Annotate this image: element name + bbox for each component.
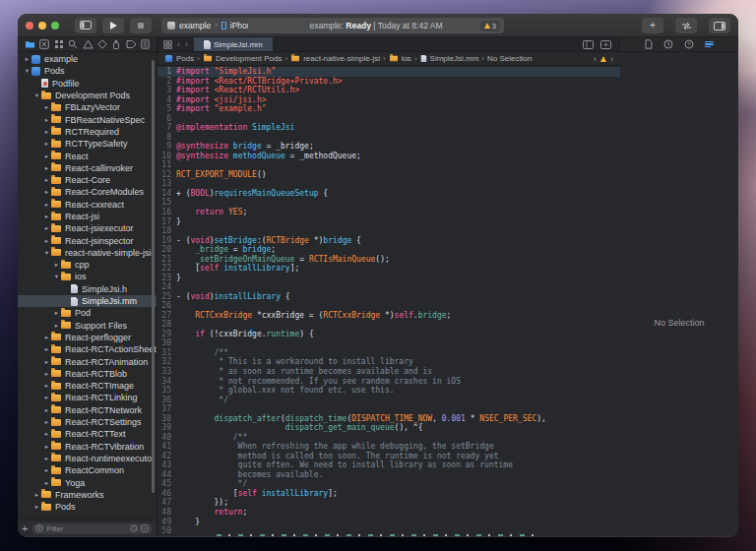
history-inspector-icon[interactable] (663, 39, 673, 49)
tree-item[interactable]: SimpleJsi.mm (18, 295, 157, 307)
next-issue-button[interactable]: › (610, 54, 613, 64)
source-control-filter-icon[interactable] (141, 524, 149, 532)
stop-button[interactable] (130, 18, 152, 33)
tree-item[interactable]: ▸RCTTypeSafety (18, 138, 157, 150)
disclosure-triangle-icon[interactable]: ▸ (42, 418, 51, 426)
disclosure-triangle-icon[interactable]: ▸ (42, 213, 51, 220)
inspector-toggle-button[interactable] (709, 18, 730, 33)
editor-options-icon[interactable] (583, 40, 594, 49)
code-review-button[interactable] (675, 18, 697, 33)
disclosure-triangle-icon[interactable]: ▸ (42, 455, 51, 462)
disclosure-triangle-icon[interactable]: ▸ (42, 176, 51, 184)
disclosure-triangle-icon[interactable]: ▸ (42, 224, 51, 232)
tree-item[interactable]: ▸React-jsiexecutor (18, 222, 157, 234)
disclosure-triangle-icon[interactable]: ▸ (42, 394, 51, 401)
disclosure-triangle-icon[interactable]: ▸ (42, 103, 51, 111)
source-editor[interactable]: Pods›Development Pods›react-native-simpl… (158, 52, 620, 536)
disclosure-triangle-icon[interactable]: ▾ (42, 249, 51, 257)
disclosure-triangle-icon[interactable]: ▸ (52, 322, 61, 330)
tree-item[interactable]: ▸React-jsi (18, 211, 157, 222)
tree-item[interactable]: ▸FBLazyVector (18, 101, 157, 113)
tree-item[interactable]: ▸React-perflogger (18, 332, 157, 343)
breadcrumb-item[interactable]: SimpleJsi.mm (430, 54, 479, 63)
tree-item[interactable]: ▸React-RCTSettings (18, 416, 157, 428)
run-button[interactable] (102, 18, 124, 33)
symbol-navigator-icon[interactable] (54, 39, 64, 49)
disclosure-triangle-icon[interactable]: ▸ (42, 201, 51, 209)
tree-item[interactable]: ▸React-RCTBlob (18, 368, 157, 380)
warning-icon[interactable] (600, 56, 606, 62)
previous-issue-button[interactable]: ‹ (594, 54, 597, 64)
breadcrumb-item[interactable]: Pods (176, 54, 194, 63)
breadcrumb-item[interactable]: ios (402, 54, 411, 63)
file-inspector-icon[interactable] (645, 39, 653, 49)
back-button[interactable]: ‹ (177, 39, 180, 49)
breadcrumb-item[interactable]: Development Pods (216, 54, 283, 63)
tree-item[interactable]: ▸React-Core (18, 174, 157, 186)
forward-button[interactable]: › (185, 39, 188, 49)
disclosure-triangle-icon[interactable]: ▸ (42, 443, 51, 451)
disclosure-triangle-icon[interactable]: ▾ (23, 67, 32, 75)
tree-item[interactable]: ▸React-CoreModules (18, 186, 157, 198)
disclosure-triangle-icon[interactable]: ▸ (42, 188, 51, 196)
disclosure-triangle-icon[interactable]: ▸ (52, 261, 61, 269)
tree-item[interactable]: ▸ReactCommon (18, 464, 157, 476)
tree-item[interactable]: ▸Support Files (18, 320, 157, 332)
tree-item[interactable]: ▸Yoga (18, 476, 157, 488)
disclosure-triangle-icon[interactable]: ▸ (52, 309, 61, 317)
lines-inspector-icon[interactable] (705, 41, 714, 48)
disclosure-triangle-icon[interactable]: ▸ (42, 237, 51, 245)
disclosure-triangle-icon[interactable]: ▾ (52, 273, 61, 280)
find-navigator-icon[interactable] (68, 39, 78, 49)
disclosure-triangle-icon[interactable]: ▸ (42, 140, 51, 148)
disclosure-triangle-icon[interactable]: ▸ (32, 491, 41, 499)
add-editor-icon[interactable] (600, 40, 611, 49)
tree-item[interactable]: ▸React-RCTImage (18, 380, 157, 392)
tab-simplejsi[interactable]: SimpleJsi.mm (194, 37, 273, 51)
recent-files-icon[interactable] (130, 524, 138, 532)
filter-field[interactable]: Filter (32, 523, 153, 534)
report-navigator-icon[interactable] (141, 39, 150, 49)
tree-item[interactable]: ▸Pod (18, 307, 157, 319)
tab-overview-icon[interactable] (163, 40, 172, 49)
close-window-button[interactable] (26, 22, 33, 30)
tree-item[interactable]: ▸React-RCTActionSheet (18, 343, 157, 355)
sidebar-scrollbar[interactable] (152, 60, 155, 493)
tree-item[interactable]: ▸React-jsinspector (18, 234, 157, 246)
tree-item[interactable]: ▸cpp (18, 259, 157, 271)
disclosure-triangle-icon[interactable]: ▸ (42, 370, 51, 378)
tree-item[interactable]: ▸React-RCTAnimation (18, 355, 157, 367)
disclosure-triangle-icon[interactable]: ▸ (42, 430, 51, 438)
tree-item[interactable]: ▾Development Pods (18, 90, 157, 101)
project-navigator-icon[interactable] (25, 39, 35, 49)
tree-item[interactable]: ▸React-callinvoker (18, 162, 157, 174)
test-navigator-icon[interactable] (97, 39, 107, 49)
disclosure-triangle-icon[interactable]: ▸ (42, 164, 51, 172)
tree-item[interactable]: ▸example (18, 53, 157, 65)
file-tree[interactable]: ▸example▾PodsPodfile▾Development Pods▸FB… (18, 53, 157, 520)
add-file-button[interactable]: + (22, 523, 28, 534)
code-lines[interactable]: 1#import "SimpleJsi.h"2#import <React/RC… (158, 66, 620, 536)
tree-item[interactable]: ▸React-RCTText (18, 428, 157, 440)
disclosure-triangle-icon[interactable]: ▸ (32, 503, 41, 511)
tree-item[interactable]: ▸RCTRequired (18, 126, 157, 138)
breakpoint-navigator-icon[interactable] (126, 39, 137, 49)
source-control-navigator-icon[interactable] (39, 39, 49, 49)
zoom-window-button[interactable] (51, 22, 59, 30)
disclosure-triangle-icon[interactable]: ▾ (32, 92, 41, 99)
tree-item[interactable]: ▾ios (18, 271, 157, 282)
debug-navigator-icon[interactable] (111, 39, 121, 49)
disclosure-triangle-icon[interactable]: ▸ (42, 382, 51, 390)
disclosure-triangle-icon[interactable]: ▸ (42, 345, 51, 353)
disclosure-triangle-icon[interactable]: ▸ (42, 358, 51, 366)
tree-item[interactable]: ▸React-RCTLinking (18, 392, 157, 403)
issue-navigator-icon[interactable] (83, 39, 94, 49)
tree-item[interactable]: ▸React (18, 150, 157, 161)
tree-item[interactable]: Podfile (18, 78, 157, 90)
disclosure-triangle-icon[interactable]: ▸ (23, 55, 32, 63)
disclosure-triangle-icon[interactable]: ▸ (42, 334, 51, 341)
minimize-window-button[interactable] (38, 22, 46, 30)
breadcrumb-item[interactable]: No Selection (487, 54, 532, 63)
breadcrumb-item[interactable]: react-native-simple-jsi (303, 54, 380, 63)
tree-item[interactable]: ▸Pods (18, 501, 157, 513)
